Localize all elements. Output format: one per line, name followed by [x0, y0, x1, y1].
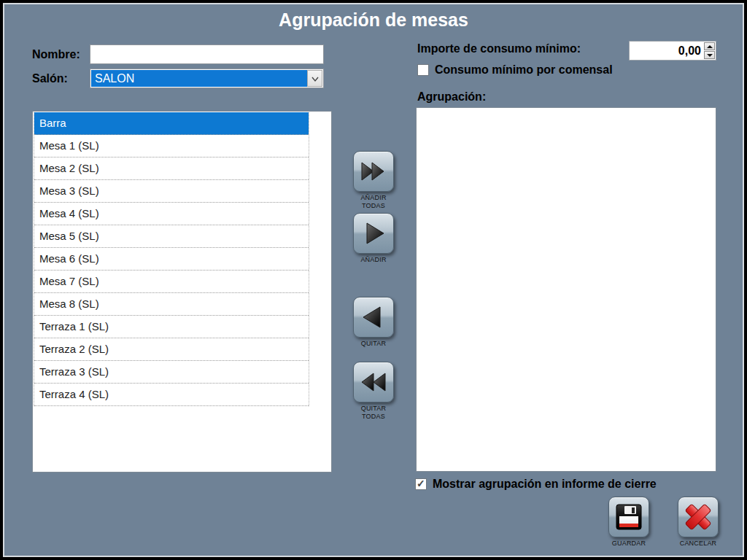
- triangle-down-icon: [707, 54, 713, 57]
- list-item[interactable]: Terraza 4 (SL): [34, 384, 309, 406]
- dialog-title: Agrupación de mesas: [3, 9, 744, 31]
- add-button[interactable]: [353, 213, 394, 254]
- transfer-block-remove-all: QUITAR TODAS: [344, 362, 403, 421]
- guardar-button[interactable]: [608, 497, 649, 537]
- guardar-button-label: GUARDAR: [600, 540, 658, 548]
- consumo-por-comensal-checkbox[interactable]: [417, 64, 429, 76]
- importe-consumo-spinner: [629, 41, 716, 61]
- list-item[interactable]: Mesa 7 (SL): [34, 271, 309, 293]
- nombre-label: Nombre:: [32, 48, 80, 61]
- list-item[interactable]: Mesa 1 (SL): [34, 135, 309, 158]
- red-x-icon: [683, 502, 713, 532]
- salon-dropdown[interactable]: SALON: [90, 69, 324, 88]
- list-item[interactable]: Mesa 2 (SL): [34, 158, 309, 180]
- list-item[interactable]: Terraza 3 (SL): [34, 361, 309, 384]
- consumo-por-comensal-label: Consumo mínimo por comensal: [435, 63, 613, 77]
- salon-label: Salón:: [32, 72, 68, 85]
- add-all-button-label: AÑADIR TODAS: [344, 194, 403, 210]
- spin-down-button[interactable]: [704, 51, 715, 59]
- importe-consumo-input[interactable]: [630, 42, 703, 60]
- cancelar-button[interactable]: [678, 497, 719, 537]
- floppy-disk-icon: [614, 502, 643, 532]
- list-item[interactable]: Barra: [34, 112, 309, 135]
- transfer-block-add-all: AÑADIR TODAS: [344, 151, 403, 210]
- tables-listbox[interactable]: BarraMesa 1 (SL)Mesa 2 (SL)Mesa 3 (SL)Me…: [32, 111, 332, 472]
- list-item[interactable]: Terraza 1 (SL): [34, 316, 309, 338]
- triangle-up-icon: [707, 45, 713, 48]
- mostrar-agrupacion-checkbox[interactable]: [415, 478, 427, 490]
- remove-button[interactable]: [353, 297, 394, 338]
- agrupacion-listbox[interactable]: [416, 107, 716, 472]
- tables-list: BarraMesa 1 (SL)Mesa 2 (SL)Mesa 3 (SL)Me…: [34, 112, 309, 406]
- list-item[interactable]: Mesa 6 (SL): [34, 248, 309, 271]
- remove-all-button[interactable]: [353, 362, 394, 402]
- list-item[interactable]: Mesa 8 (SL): [34, 293, 309, 316]
- add-button-label: AÑADIR: [344, 256, 403, 264]
- guardar-block: GUARDAR: [600, 497, 658, 548]
- agrupacion-label: Agrupación:: [417, 90, 486, 104]
- transfer-block-add: AÑADIR: [344, 213, 403, 264]
- list-item[interactable]: Mesa 5 (SL): [34, 225, 309, 248]
- dialog-agrupacion-de-mesas: Agrupación de mesas Nombre: Salón: SALON…: [0, 0, 747, 560]
- mostrar-agrupacion-label: Mostrar agrupación en informe de cierre: [433, 478, 657, 491]
- nombre-input[interactable]: [90, 44, 324, 64]
- right-arrow-icon: [359, 219, 388, 248]
- double-right-arrow-icon: [359, 157, 388, 186]
- remove-all-button-label: QUITAR TODAS: [344, 405, 403, 421]
- transfer-block-remove: QUITAR: [344, 297, 403, 348]
- list-item[interactable]: Mesa 4 (SL): [34, 203, 309, 225]
- remove-button-label: QUITAR: [344, 340, 403, 348]
- add-all-button[interactable]: [353, 151, 394, 192]
- cancelar-button-label: CANCELAR: [669, 540, 727, 548]
- spin-up-button[interactable]: [704, 42, 715, 50]
- salon-selected-value: SALON: [91, 70, 307, 87]
- importe-consumo-label: Importe de consumo mínimo:: [417, 42, 581, 55]
- cancelar-block: CANCELAR: [669, 497, 727, 548]
- left-arrow-icon: [359, 303, 388, 332]
- chevron-down-icon[interactable]: [307, 70, 322, 87]
- double-left-arrow-icon: [359, 368, 388, 397]
- list-item[interactable]: Mesa 3 (SL): [34, 180, 309, 203]
- list-item[interactable]: Terraza 2 (SL): [34, 338, 309, 361]
